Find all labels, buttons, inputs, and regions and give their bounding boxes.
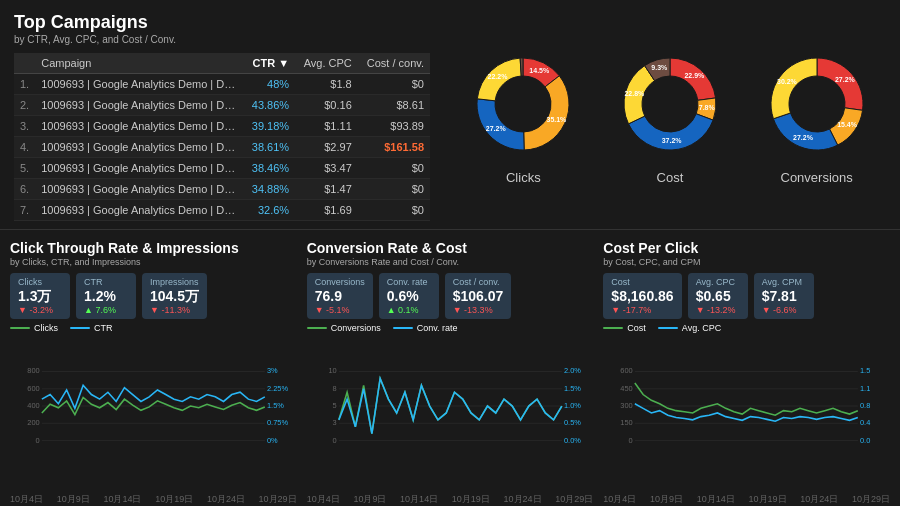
row-num: 5. xyxy=(14,157,35,178)
panel-title-1: Conversion Rate & Cost xyxy=(307,240,594,257)
metric-box-1-1: Conv. rate 0.6% ▲ 0.1% xyxy=(379,273,439,319)
row-cpc: $2.97 xyxy=(295,136,358,157)
x-label: 10月14日 xyxy=(697,493,735,506)
svg-text:27.2%: 27.2% xyxy=(486,125,507,132)
panel-2: Cost Per Clickby Cost, CPC, and CPM Cost… xyxy=(603,240,890,506)
svg-text:0: 0 xyxy=(36,436,40,445)
col-cost[interactable]: Cost / conv. xyxy=(358,53,430,74)
svg-text:3%: 3% xyxy=(267,366,278,375)
metric-value: 104.5万 xyxy=(150,287,199,305)
svg-text:10: 10 xyxy=(328,366,336,375)
x-label: 10月9日 xyxy=(650,493,683,506)
panel-subtitle-2: by Cost, CPC, and CPM xyxy=(603,257,890,267)
svg-text:200: 200 xyxy=(27,418,39,427)
legend-item: Avg. CPC xyxy=(658,323,721,333)
x-label: 10月24日 xyxy=(800,493,838,506)
table-row[interactable]: 3. 1009693 | Google Analytics Demo | DR … xyxy=(14,115,430,136)
col-cpc[interactable]: Avg. CPC xyxy=(295,53,358,74)
svg-text:7.8%: 7.8% xyxy=(699,104,716,111)
x-label: 10月29日 xyxy=(852,493,890,506)
svg-text:35.1%: 35.1% xyxy=(547,116,568,123)
svg-text:1.0%: 1.0% xyxy=(564,401,581,410)
row-cost: $0 xyxy=(358,157,430,178)
row-campaign: 1009693 | Google Analytics Demo | DR | j… xyxy=(35,73,244,94)
top-campaigns-title: Top Campaigns xyxy=(14,12,430,34)
row-cpc: $1.47 xyxy=(295,178,358,199)
legend-color xyxy=(70,327,90,329)
metric-name: Conv. rate xyxy=(387,277,431,287)
row-ctr: 43.86% xyxy=(244,94,295,115)
svg-text:0.0: 0.0 xyxy=(860,436,870,445)
x-labels-0: 10月4日10月9日10月14日10月19日10月24日10月29日 xyxy=(10,493,297,506)
panel-title-2: Cost Per Click xyxy=(603,240,890,257)
metrics-row-2: Cost $8,160.86 ▼ -17.7% Avg. CPC $0.65 ▼… xyxy=(603,273,890,319)
svg-text:5: 5 xyxy=(332,401,336,410)
row-num: 4. xyxy=(14,136,35,157)
donut-section: 14.5%35.1%27.2%22.2%Clicks22.9%7.8%37.2%… xyxy=(440,0,900,229)
svg-text:30.2%: 30.2% xyxy=(777,78,798,85)
row-campaign: 1009693 | Google Analytics Demo | DR | j… xyxy=(35,157,244,178)
table-row[interactable]: 4. 1009693 | Google Analytics Demo | DR … xyxy=(14,136,430,157)
svg-text:9.3%: 9.3% xyxy=(651,64,668,71)
metric-value: 76.9 xyxy=(315,287,365,305)
chart-legend-2: Cost Avg. CPC xyxy=(603,323,890,333)
svg-text:1.1: 1.1 xyxy=(860,384,870,393)
row-num: 2. xyxy=(14,94,35,115)
legend-color xyxy=(658,327,678,329)
chart-area-2: 0150300450600 0.00.40.81.11.5 xyxy=(603,337,890,491)
donut-label-conversions: Conversions xyxy=(781,170,853,185)
metric-box-2-0: Cost $8,160.86 ▼ -17.7% xyxy=(603,273,681,319)
table-row[interactable]: 5. 1009693 | Google Analytics Demo | DR … xyxy=(14,157,430,178)
metric-box-0-0: Clicks 1.3万 ▼ -3.2% xyxy=(10,273,70,319)
svg-text:0%: 0% xyxy=(267,436,278,445)
row-num: 6. xyxy=(14,178,35,199)
metric-name: Avg. CPM xyxy=(762,277,806,287)
panel-subtitle-0: by Clicks, CTR, and Impressions xyxy=(10,257,297,267)
metric-box-1-2: Cost / conv. $106.07 ▼ -13.3% xyxy=(445,273,512,319)
metric-change: ▼ -5.1% xyxy=(315,305,365,315)
donut-label-clicks: Clicks xyxy=(506,170,541,185)
svg-text:400: 400 xyxy=(27,401,39,410)
svg-text:1.5%: 1.5% xyxy=(564,384,581,393)
col-campaign[interactable]: Campaign xyxy=(35,53,244,74)
metric-name: Avg. CPC xyxy=(696,277,740,287)
metric-name: Impressions xyxy=(150,277,199,287)
metric-box-0-1: CTR 1.2% ▲ 7.6% xyxy=(76,273,136,319)
legend-item: CTR xyxy=(70,323,113,333)
metric-change: ▲ 7.6% xyxy=(84,305,128,315)
metric-name: Cost / conv. xyxy=(453,277,504,287)
svg-text:0.0%: 0.0% xyxy=(564,436,581,445)
x-labels-1: 10月4日10月9日10月14日10月19日10月24日10月29日 xyxy=(307,493,594,506)
panel-title-0: Click Through Rate & Impressions xyxy=(10,240,297,257)
table-row[interactable]: 7. 1009693 | Google Analytics Demo | DR … xyxy=(14,199,430,220)
metric-value: $106.07 xyxy=(453,287,504,305)
svg-text:300: 300 xyxy=(621,401,633,410)
metric-value: 1.3万 xyxy=(18,287,62,305)
metric-name: Cost xyxy=(611,277,673,287)
table-row[interactable]: 2. 1009693 | Google Analytics Demo | DR … xyxy=(14,94,430,115)
svg-text:8: 8 xyxy=(332,384,336,393)
chart-area-1: 035810 0.0%0.5%1.0%1.5%2.0% xyxy=(307,337,594,491)
metric-box-2-1: Avg. CPC $0.65 ▼ -13.2% xyxy=(688,273,748,319)
legend-color xyxy=(307,327,327,329)
row-ctr: 32.6% xyxy=(244,199,295,220)
chart-area-0: 0200400600800 0%0.75%1.5%2.25%3% xyxy=(10,337,297,491)
table-row[interactable]: 6. 1009693 | Google Analytics Demo | DR … xyxy=(14,178,430,199)
metric-name: CTR xyxy=(84,277,128,287)
x-label: 10月9日 xyxy=(353,493,386,506)
row-cpc: $3.47 xyxy=(295,157,358,178)
metric-box-2-2: Avg. CPM $7.81 ▼ -6.6% xyxy=(754,273,814,319)
bottom-section: Click Through Rate & Impressionsby Click… xyxy=(0,230,900,506)
row-ctr: 39.18% xyxy=(244,115,295,136)
table-row[interactable]: 1. 1009693 | Google Analytics Demo | DR … xyxy=(14,73,430,94)
col-ctr[interactable]: CTR ▼ xyxy=(244,53,295,74)
x-label: 10月4日 xyxy=(10,493,43,506)
row-campaign: 1009693 | Google Analytics Demo | DR | j… xyxy=(35,94,244,115)
svg-text:22.2%: 22.2% xyxy=(488,73,509,80)
svg-text:0.4: 0.4 xyxy=(860,418,870,427)
campaigns-table: Campaign CTR ▼ Avg. CPC Cost / conv. 1. … xyxy=(14,53,430,221)
svg-text:150: 150 xyxy=(621,418,633,427)
svg-text:450: 450 xyxy=(621,384,633,393)
svg-text:0.5%: 0.5% xyxy=(564,418,581,427)
row-ctr: 48% xyxy=(244,73,295,94)
